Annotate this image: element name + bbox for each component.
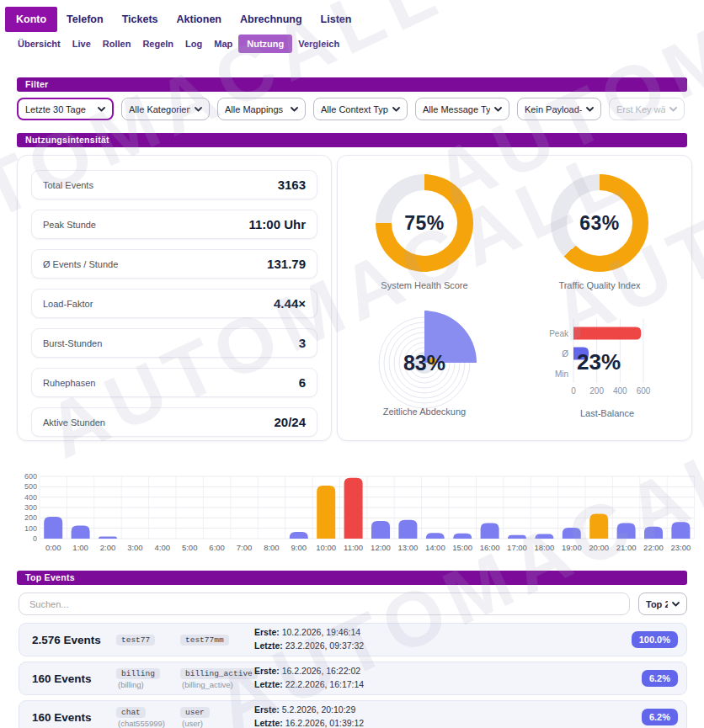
filter-dropdown-value: Alle Context Type [321,104,388,114]
secondary-nav: ÜbersichtLiveRollenRegelnLogMapNutzungVe… [12,35,345,53]
svg-text:3:00: 3:00 [127,543,143,552]
donut-gauge: 63% [551,174,648,272]
stat-label: Ø Events / Stunde [43,259,118,269]
filter-dropdown-5[interactable]: Kein Payload-Filter [517,98,601,120]
svg-text:500: 500 [24,482,37,491]
hour-bar [481,523,499,539]
event-tag: test77 [116,635,180,646]
chevron-down-icon [392,107,400,112]
nav-tab-konto[interactable]: Konto [5,7,57,32]
svg-text:10:00: 10:00 [316,543,336,552]
subnav-tab-regeln[interactable]: Regeln [136,35,179,53]
svg-text:300: 300 [24,503,37,512]
donut-gauge: 75% [376,174,473,272]
svg-text:0:00: 0:00 [45,543,61,552]
subnav-tab-log[interactable]: Log [179,35,208,53]
stat-value: 3 [299,336,306,350]
stat-value: 131.79 [267,257,306,271]
stat-card: Ø Events / Stunde131.79 [31,249,317,279]
stat-card: Aktive Stunden20/24 [31,407,317,437]
svg-text:1:00: 1:00 [72,543,88,552]
chevron-down-icon [494,107,502,112]
nav-tab-tickets[interactable]: Tickets [113,8,168,31]
search-input[interactable] [19,592,630,615]
svg-text:5:00: 5:00 [182,543,198,552]
nav-tab-listen[interactable]: Listen [312,8,361,31]
hour-bar [426,533,445,539]
chevron-down-icon [669,107,677,112]
stat-value: 20/24 [274,415,306,429]
svg-text:0: 0 [571,386,576,396]
event-tag-sub: (billing_active) [180,680,244,689]
balance-bar [573,327,641,340]
hour-bar [644,527,663,539]
primary-nav: KontoTelefonTicketsAktionenAbrechnungLis… [5,7,360,32]
event-count: 160 Events [28,711,116,724]
svg-text:14:00: 14:00 [425,543,445,552]
svg-text:8:00: 8:00 [264,543,280,552]
svg-text:17:00: 17:00 [507,543,527,552]
event-percent-badge: 6.2% [642,670,678,687]
filter-dropdown-1[interactable]: Alle Kategorien [121,98,210,120]
event-tag: billing(billing) [116,668,180,689]
hour-bar [398,520,417,539]
subnav-tab-rollen[interactable]: Rollen [97,35,137,53]
stat-value: 3163 [278,178,306,192]
balance-label: Last-Balance [548,408,666,418]
hour-bar [671,522,690,539]
hour-bar [589,513,608,539]
filter-dropdown-row: Letzte 30 TageAlle KategorienAlle Mappin… [17,98,685,120]
svg-text:7:00: 7:00 [237,543,253,552]
filter-dropdown-4[interactable]: Alle Message Typ [415,98,509,120]
nav-tab-telefon[interactable]: Telefon [57,8,113,31]
nav-tab-abrechnung[interactable]: Abrechnung [231,8,312,31]
event-tag-chip: billing_active [180,668,258,679]
svg-text:11:00: 11:00 [344,543,363,552]
donut-percent: 63% [551,174,648,272]
filter-dropdown-0[interactable]: Letzte 30 Tage [17,98,114,120]
svg-text:16:00: 16:00 [480,543,500,552]
svg-text:Peak: Peak [549,329,569,338]
nav-tab-aktionen[interactable]: Aktionen [168,8,231,31]
subnav-tab-vergleich[interactable]: Vergleich [292,35,345,53]
chevron-down-icon [291,107,298,112]
event-tag-chip: chat [116,707,146,718]
event-tag-chip: test77mm [180,635,229,646]
limit-dropdown[interactable]: Top 20 [638,592,687,615]
filter-dropdown-3[interactable]: Alle Context Type [313,98,408,120]
svg-text:15:00: 15:00 [452,543,472,552]
svg-text:9:00: 9:00 [291,543,307,552]
event-tag-chip: billing [116,668,160,679]
svg-text:200: 200 [589,386,604,396]
chevron-down-icon [586,107,594,112]
usage-stats-panel: Total Events3163Peak Stunde11:00 UhrØ Ev… [17,155,332,441]
event-tag-sub: (user) [180,719,244,728]
filter-dropdown-2[interactable]: Alle Mappings [217,98,306,120]
page: KontoTelefonTicketsAktionenAbrechnungLis… [0,0,704,728]
chevron-down-icon [195,107,202,112]
stat-list: Total Events3163Peak Stunde11:00 UhrØ Ev… [18,156,331,451]
svg-text:0: 0 [33,534,37,543]
svg-text:18:00: 18:00 [535,543,555,552]
svg-text:22:00: 22:00 [643,543,664,552]
event-tag-sub: (billing) [116,680,180,689]
subnav-tab-map[interactable]: Map [208,35,238,53]
filter-dropdown-value: Kein Payload-Filter [525,104,582,114]
chevron-down-icon [672,602,680,607]
svg-text:400: 400 [24,493,37,502]
subnav-tab-live[interactable]: Live [67,35,97,53]
hour-bar [290,532,308,539]
svg-text:100: 100 [24,524,37,533]
event-tag: chat(chat555999) [116,707,180,728]
subnav-tab-übersicht[interactable]: Übersicht [12,35,67,53]
hour-bar [535,534,553,539]
stat-value: 6 [299,375,306,390]
hour-bar [453,534,472,539]
donut-label: Traffic Quality Index [524,280,675,290]
stat-label: Total Events [43,180,93,190]
filter-dropdown-value: Alle Message Typ [423,104,490,114]
event-percent-badge: 100.0% [632,631,678,648]
subnav-tab-nutzung[interactable]: Nutzung [238,35,292,53]
filter-dropdown-6[interactable]: Erst Key wählen... [609,98,685,120]
balance-percent: 23% [548,349,649,375]
